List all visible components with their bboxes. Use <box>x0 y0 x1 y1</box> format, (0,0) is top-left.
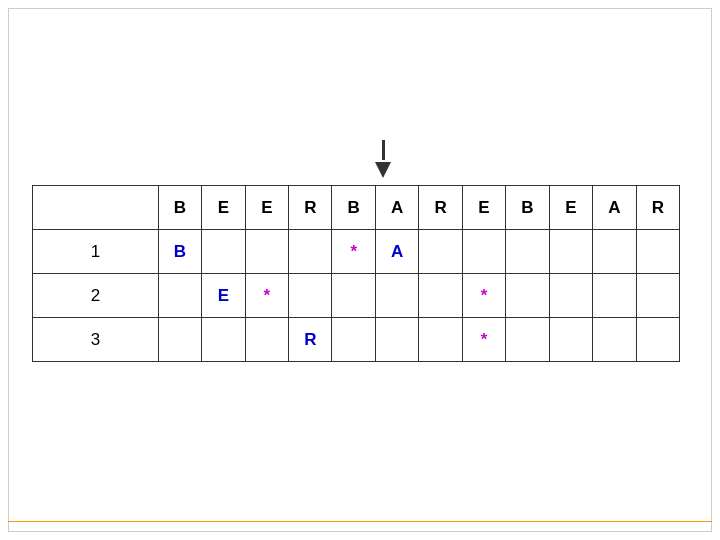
cell-r1-c7: * <box>462 274 505 318</box>
arrow-shaft <box>382 140 385 160</box>
col-header-8: B <box>506 186 549 230</box>
cell-r1-c10 <box>593 274 636 318</box>
cell-r0-c2 <box>245 230 288 274</box>
cell-r2-c8 <box>506 318 549 362</box>
cell-r1-c11 <box>636 274 679 318</box>
cell-r2-c1 <box>202 318 245 362</box>
table-row: 3R* <box>33 318 680 362</box>
col-header-3: R <box>289 186 332 230</box>
cell-r0-c9 <box>549 230 592 274</box>
table-row: 1B*A <box>33 230 680 274</box>
cell-r1-c2: * <box>245 274 288 318</box>
cell-r1-c4 <box>332 274 375 318</box>
cell-r2-c10 <box>593 318 636 362</box>
cell-r0-c0: B <box>158 230 201 274</box>
row-label-2: 3 <box>33 318 159 362</box>
arrow-head <box>375 162 391 178</box>
table-header-label <box>33 186 159 230</box>
cell-r2-c7: * <box>462 318 505 362</box>
cell-r0-c6 <box>419 230 462 274</box>
cell-r0-c3 <box>289 230 332 274</box>
col-header-10: A <box>593 186 636 230</box>
cell-r0-c10 <box>593 230 636 274</box>
cell-r2-c3: R <box>289 318 332 362</box>
cell-r0-c8 <box>506 230 549 274</box>
table-row: 2E** <box>33 274 680 318</box>
cell-r0-c1 <box>202 230 245 274</box>
col-header-1: E <box>202 186 245 230</box>
cell-r0-c5: A <box>375 230 418 274</box>
cell-r2-c6 <box>419 318 462 362</box>
cell-r1-c8 <box>506 274 549 318</box>
row-label-1: 2 <box>33 274 159 318</box>
cell-r1-c5 <box>375 274 418 318</box>
cell-r2-c4 <box>332 318 375 362</box>
cell-r2-c0 <box>158 318 201 362</box>
col-header-4: B <box>332 186 375 230</box>
col-header-7: E <box>462 186 505 230</box>
cell-r2-c5 <box>375 318 418 362</box>
col-header-6: R <box>419 186 462 230</box>
cell-r1-c9 <box>549 274 592 318</box>
cell-r1-c3 <box>289 274 332 318</box>
cell-r0-c11 <box>636 230 679 274</box>
bottom-decoration-line <box>8 521 712 523</box>
cell-r0-c7 <box>462 230 505 274</box>
cell-r0-c4: * <box>332 230 375 274</box>
row-label-0: 1 <box>33 230 159 274</box>
col-header-11: R <box>636 186 679 230</box>
memory-table-container: BEERBAREBEAR 1B*A2E**3R* <box>32 185 680 362</box>
col-header-2: E <box>245 186 288 230</box>
arrow-indicator <box>375 140 391 178</box>
cell-r1-c1: E <box>202 274 245 318</box>
memory-table: BEERBAREBEAR 1B*A2E**3R* <box>32 185 680 362</box>
cell-r2-c11 <box>636 318 679 362</box>
col-header-0: B <box>158 186 201 230</box>
col-header-9: E <box>549 186 592 230</box>
cell-r2-c9 <box>549 318 592 362</box>
cell-r2-c2 <box>245 318 288 362</box>
col-header-5: A <box>375 186 418 230</box>
cell-r1-c6 <box>419 274 462 318</box>
cell-r1-c0 <box>158 274 201 318</box>
